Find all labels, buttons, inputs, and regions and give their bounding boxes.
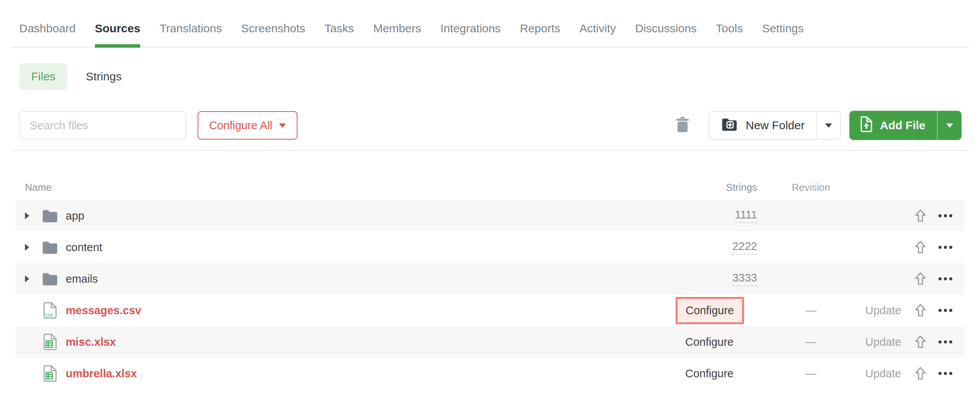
row-menu-button[interactable] (938, 277, 952, 280)
add-file-dropdown-button[interactable] (937, 111, 962, 140)
upload-translations-button[interactable] (915, 272, 926, 286)
folder-icon (41, 240, 59, 254)
xlsx-file-icon (41, 365, 59, 382)
strings-count: 1111 (735, 208, 757, 223)
folder-name[interactable]: app (66, 210, 84, 222)
sources-subtabs: Files Strings (19, 63, 980, 90)
nav-tab-reports[interactable]: Reports (520, 22, 560, 47)
new-folder-dropdown-button[interactable] (816, 112, 840, 139)
add-file-split-button: Add File (849, 111, 962, 140)
nav-tab-discussions[interactable]: Discussions (635, 22, 697, 47)
xlsx-file-icon (41, 333, 59, 350)
csv-file-icon: csv (41, 302, 59, 319)
revision-value: — (765, 336, 857, 348)
configure-all-label: Configure All (209, 119, 272, 132)
table-row-folder-app: app 1111 (15, 200, 965, 232)
new-folder-label: New Folder (746, 119, 804, 132)
configure-all-button[interactable]: Configure All (198, 111, 297, 140)
nav-tab-activity[interactable]: Activity (580, 22, 616, 47)
nav-tab-tasks[interactable]: Tasks (324, 22, 354, 47)
configure-link[interactable]: Configure (686, 304, 734, 317)
table-row-file-misc-xlsx: misc.xlsx Configure — Update (15, 326, 965, 358)
table-row-file-umbrella-xlsx: umbrella.xlsx Configure — Update (15, 358, 965, 389)
add-file-button[interactable]: Add File (849, 111, 937, 140)
upload-translations-button[interactable] (915, 367, 926, 380)
table-row-folder-emails: emails 3333 (15, 263, 965, 295)
new-folder-split-button: New Folder (709, 111, 840, 140)
row-menu-button[interactable] (938, 246, 952, 249)
nav-tab-settings[interactable]: Settings (762, 22, 804, 47)
nav-tab-translations[interactable]: Translations (159, 22, 222, 47)
row-menu-button[interactable] (938, 340, 952, 343)
row-menu-button[interactable] (938, 372, 952, 375)
files-table: Name Strings Revision app 1111 con (15, 175, 965, 389)
strings-count: 2222 (732, 240, 757, 255)
chevron-down-icon (279, 123, 286, 128)
nav-tab-dashboard[interactable]: Dashboard (19, 22, 76, 47)
new-folder-button[interactable]: New Folder (709, 112, 816, 139)
configure-link[interactable]: Configure (685, 336, 734, 348)
revision-value: — (765, 304, 857, 317)
add-file-label: Add File (880, 119, 925, 132)
upload-translations-button[interactable] (915, 240, 926, 254)
update-link[interactable]: Update (865, 336, 901, 348)
upload-translations-button[interactable] (915, 209, 926, 223)
file-name-link[interactable]: umbrella.xlsx (66, 367, 137, 380)
folder-name[interactable]: emails (66, 273, 98, 285)
header-strings: Strings (684, 182, 765, 193)
toolbar-divider (11, 150, 969, 151)
file-name-link[interactable]: messages.csv (66, 304, 141, 317)
table-row-folder-content: content 2222 (15, 232, 965, 263)
nav-tab-screenshots[interactable]: Screenshots (241, 22, 305, 47)
delete-button[interactable] (671, 114, 694, 137)
trash-icon (676, 117, 689, 135)
table-header-row: Name Strings Revision (15, 175, 965, 200)
files-toolbar: Configure All New Folder (19, 111, 962, 140)
folder-plus-icon (721, 117, 738, 134)
file-name-link[interactable]: misc.xlsx (66, 336, 116, 348)
nav-tab-members[interactable]: Members (373, 22, 421, 47)
folder-icon (41, 209, 59, 223)
search-input[interactable] (19, 111, 186, 140)
nav-tab-tools[interactable]: Tools (716, 22, 743, 47)
update-link[interactable]: Update (865, 304, 901, 317)
chevron-down-icon (825, 123, 832, 128)
upload-translations-button[interactable] (915, 335, 926, 349)
row-menu-button[interactable] (938, 214, 952, 217)
folder-name[interactable]: content (66, 241, 102, 254)
nav-tab-integrations[interactable]: Integrations (440, 22, 501, 47)
nav-tab-sources[interactable]: Sources (95, 22, 140, 47)
folder-icon (41, 272, 59, 286)
subtab-files[interactable]: Files (19, 63, 67, 90)
configure-link[interactable]: Configure (685, 367, 734, 380)
subtab-strings[interactable]: Strings (86, 70, 121, 83)
upload-translations-button[interactable] (915, 303, 926, 317)
header-revision: Revision (765, 182, 857, 193)
update-link[interactable]: Update (865, 367, 901, 380)
svg-text:csv: csv (45, 312, 53, 318)
header-name: Name (25, 182, 684, 193)
strings-count: 3333 (732, 272, 757, 286)
chevron-right-icon[interactable] (25, 244, 32, 251)
configure-highlight-box: Configure (676, 297, 744, 324)
chevron-right-icon[interactable] (25, 212, 32, 219)
table-row-file-messages-csv: csv messages.csv Configure — Update (15, 295, 965, 326)
chevron-right-icon[interactable] (25, 275, 32, 282)
revision-value: — (765, 367, 857, 380)
chevron-down-icon (946, 123, 953, 128)
file-upload-icon (859, 116, 872, 135)
row-menu-button[interactable] (938, 309, 952, 312)
project-top-nav: Dashboard Sources Translations Screensho… (11, 0, 969, 48)
